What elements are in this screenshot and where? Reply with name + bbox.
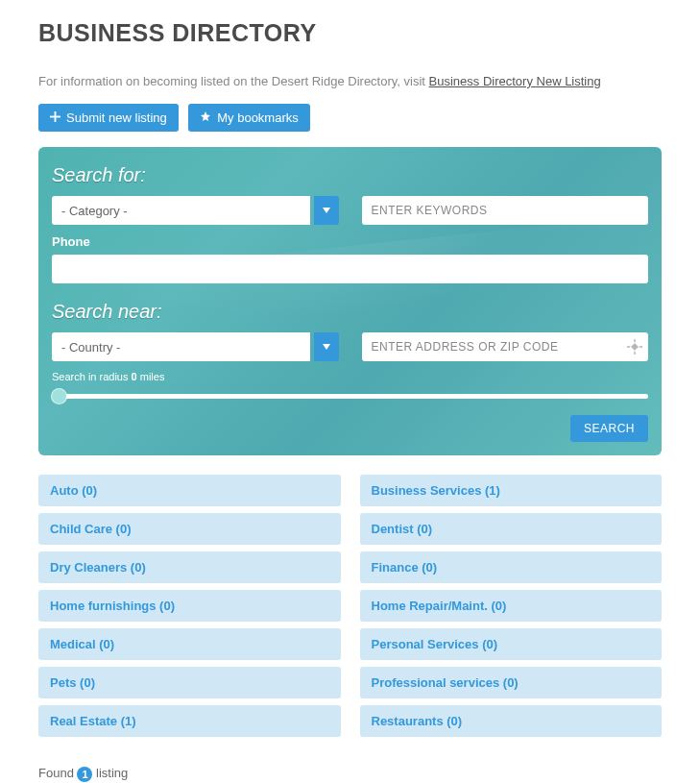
- category-item[interactable]: Auto (0): [38, 475, 341, 506]
- page-title: BUSINESS DIRECTORY: [38, 19, 662, 47]
- country-select[interactable]: [52, 332, 339, 361]
- new-listing-link[interactable]: Business Directory New Listing: [429, 74, 601, 88]
- category-item[interactable]: Medical (0): [38, 628, 341, 660]
- found-suffix: listing: [92, 766, 128, 780]
- intro-prefix: For information on becoming listed on th…: [38, 74, 429, 88]
- address-input[interactable]: [362, 332, 649, 361]
- category-grid: Auto (0)Business Services (1)Child Care …: [38, 475, 662, 737]
- submit-label: Submit new listing: [66, 110, 167, 125]
- svg-rect-1: [50, 116, 60, 118]
- plus-icon: [50, 110, 60, 125]
- category-item[interactable]: Home furnishings (0): [38, 590, 341, 622]
- crosshair-icon[interactable]: [627, 339, 642, 355]
- category-item[interactable]: Professional services (0): [360, 667, 663, 698]
- results-count-badge: 1: [77, 767, 92, 782]
- phone-input[interactable]: [52, 255, 648, 283]
- category-item[interactable]: Child Care (0): [38, 513, 341, 545]
- radius-slider[interactable]: [52, 386, 648, 405]
- country-select-value[interactable]: [52, 332, 310, 361]
- category-item[interactable]: Dentist (0): [360, 513, 663, 545]
- star-icon: [200, 110, 211, 125]
- category-item[interactable]: Business Services (1): [360, 475, 663, 506]
- category-item[interactable]: Personal Services (0): [360, 628, 663, 660]
- radius-suffix: miles: [137, 371, 165, 382]
- search-for-heading: Search for:: [52, 164, 648, 186]
- found-prefix: Found: [38, 766, 77, 780]
- category-select-value[interactable]: [52, 196, 310, 225]
- category-item[interactable]: Finance (0): [360, 551, 663, 583]
- submit-listing-button[interactable]: Submit new listing: [38, 104, 179, 132]
- slider-track: [52, 394, 648, 399]
- radius-prefix: Search in radius: [52, 371, 132, 382]
- bookmarks-label: My bookmarks: [217, 110, 299, 125]
- category-item[interactable]: Home Repair/Maint. (0): [360, 590, 663, 622]
- radius-text: Search in radius 0 miles: [52, 371, 648, 382]
- search-button[interactable]: SEARCH: [570, 415, 648, 442]
- top-buttons: Submit new listing My bookmarks: [38, 104, 662, 132]
- category-item[interactable]: Restaurants (0): [360, 705, 663, 737]
- keywords-input[interactable]: [362, 196, 649, 225]
- search-near-heading: Search near:: [52, 301, 648, 323]
- category-select[interactable]: [52, 196, 339, 225]
- intro-text: For information on becoming listed on th…: [38, 74, 662, 88]
- slider-thumb[interactable]: [52, 389, 66, 404]
- phone-label: Phone: [52, 234, 648, 249]
- my-bookmarks-button[interactable]: My bookmarks: [188, 104, 310, 132]
- category-item[interactable]: Dry Cleaners (0): [38, 551, 341, 583]
- category-item[interactable]: Real Estate (1): [38, 705, 341, 737]
- results-count: Found 1 listing: [38, 766, 662, 782]
- chevron-down-icon[interactable]: [314, 332, 339, 361]
- search-panel: Search for: Phone Search near:: [38, 147, 662, 455]
- chevron-down-icon[interactable]: [314, 196, 339, 225]
- category-item[interactable]: Pets (0): [38, 667, 341, 698]
